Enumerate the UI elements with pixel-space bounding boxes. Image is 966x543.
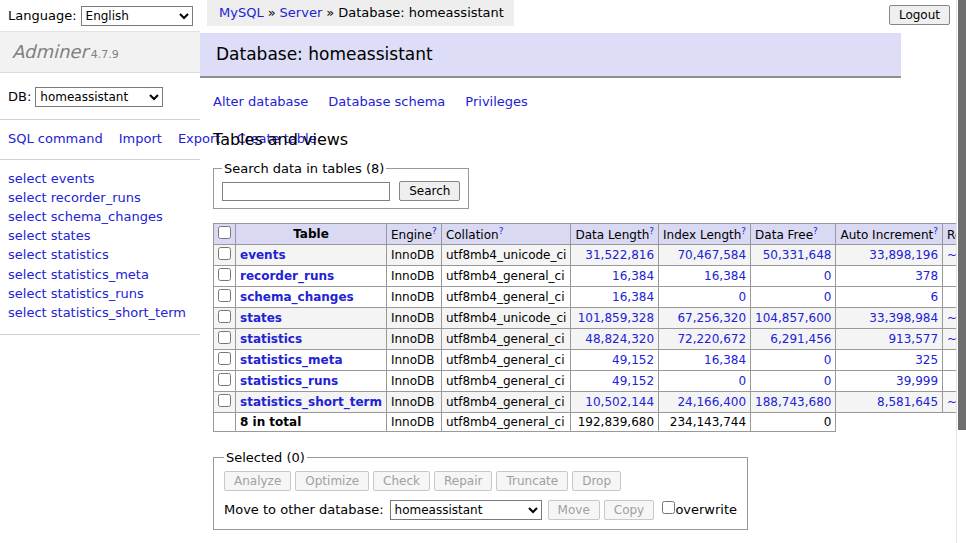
auto_increment-value-link[interactable]: 33,398,984 xyxy=(869,311,938,325)
sidebar-actions: SQL commandImportExportCreate table xyxy=(0,120,190,159)
hint-link[interactable]: ? xyxy=(933,226,938,236)
collation-cell: utf8mb4_unicode_ci xyxy=(441,245,571,266)
link-database-schema[interactable]: Database schema xyxy=(328,94,445,109)
collation-cell: utf8mb4_general_ci xyxy=(441,392,571,413)
table-name-link[interactable]: statistics xyxy=(240,332,302,346)
search-input[interactable] xyxy=(222,182,390,201)
data_length-value-link[interactable]: 49,152 xyxy=(612,353,654,367)
hint-link[interactable]: ? xyxy=(813,226,818,236)
table-name-link[interactable]: events xyxy=(240,248,286,262)
data_length-value-link[interactable]: 10,502,144 xyxy=(585,395,654,409)
engine-cell: InnoDB xyxy=(386,350,441,371)
index_length-value-link[interactable]: 16,384 xyxy=(704,353,746,367)
optimize-button[interactable]: Optimize xyxy=(295,471,369,491)
sidebar-item-select-events[interactable]: select events xyxy=(8,169,192,188)
auto_increment-value-link[interactable]: 325 xyxy=(915,353,938,367)
index_length-value-link[interactable]: 67,256,320 xyxy=(677,311,746,325)
move-db-select[interactable]: homeassistant xyxy=(390,500,542,520)
sidebar-item-select-statistics-runs[interactable]: select statistics_runs xyxy=(8,284,192,303)
data_free-value-link[interactable]: 0 xyxy=(824,353,832,367)
hint-link[interactable]: ? xyxy=(499,226,504,236)
table-name-link[interactable]: recorder_runs xyxy=(240,269,334,283)
truncate-button[interactable]: Truncate xyxy=(496,471,568,491)
language-select[interactable]: English xyxy=(81,6,193,26)
page-scrollbar[interactable] xyxy=(956,0,966,543)
table-name-link[interactable]: statistics_meta xyxy=(240,353,343,367)
scrollbar-thumb[interactable] xyxy=(958,0,966,430)
data_free-value-link[interactable]: 188,743,680 xyxy=(755,395,831,409)
index_length-value-link[interactable]: 24,166,400 xyxy=(677,395,746,409)
row-checkbox[interactable] xyxy=(218,289,231,302)
db-select[interactable]: homeassistant xyxy=(35,87,163,107)
row-checkbox[interactable] xyxy=(218,310,231,323)
data_free-value-link[interactable]: 6,291,456 xyxy=(770,332,831,346)
link-alter-database[interactable]: Alter database xyxy=(213,94,308,109)
drop-button[interactable]: Drop xyxy=(572,471,621,491)
link-privileges[interactable]: Privileges xyxy=(465,94,528,109)
logout-button[interactable]: Logout xyxy=(889,5,950,25)
data_free-value-link[interactable]: 0 xyxy=(824,374,832,388)
data_length-value-link[interactable]: 31,522,816 xyxy=(585,248,654,262)
index_length-value-link[interactable]: 16,384 xyxy=(704,269,746,283)
auto_increment-value-link[interactable]: 6 xyxy=(930,290,938,304)
index_length-value-link[interactable]: 0 xyxy=(738,374,746,388)
data_free-value-link[interactable]: 104,857,600 xyxy=(755,311,831,325)
check-button[interactable]: Check xyxy=(373,471,430,491)
collation-cell: utf8mb4_general_ci xyxy=(441,287,571,308)
row-checkbox[interactable] xyxy=(218,394,231,407)
data_length-value-link[interactable]: 101,859,328 xyxy=(578,311,654,325)
sidebar-item-select-schema-changes[interactable]: select schema_changes xyxy=(8,207,192,226)
overwrite-checkbox[interactable] xyxy=(662,501,675,514)
sidebar-item-select-statistics-meta[interactable]: select statistics_meta xyxy=(8,265,192,284)
index_length-value-link[interactable]: 0 xyxy=(738,290,746,304)
breadcrumb-item[interactable]: MySQL xyxy=(219,5,264,20)
auto_increment-value-link[interactable]: 378 xyxy=(915,269,938,283)
hint-link[interactable]: ? xyxy=(741,226,746,236)
table-name-link[interactable]: states xyxy=(240,311,282,325)
tables-heading: Tables and views xyxy=(213,130,901,149)
data_free-value-link[interactable]: 50,331,648 xyxy=(763,248,832,262)
sidebar-action-sql-command[interactable]: SQL command xyxy=(8,131,103,146)
sidebar-item-select-statistics[interactable]: select statistics xyxy=(8,245,192,264)
sidebar-action-import[interactable]: Import xyxy=(119,131,162,146)
breadcrumb-separator: » xyxy=(326,5,334,20)
data_free-value-link[interactable]: 0 xyxy=(824,269,832,283)
select-all-checkbox[interactable] xyxy=(218,226,231,239)
copy-button[interactable]: Copy xyxy=(604,500,654,520)
breadcrumb-item[interactable]: Server xyxy=(280,5,323,20)
col-header-auto_increment: Auto Increment? xyxy=(836,224,943,245)
sidebar-item-select-statistics-short-term[interactable]: select statistics_short_term xyxy=(8,303,192,322)
search-button[interactable]: Search xyxy=(399,181,460,201)
auto_increment-value-link[interactable]: 33,898,196 xyxy=(869,248,938,262)
repair-button[interactable]: Repair xyxy=(434,471,492,491)
row-checkbox[interactable] xyxy=(218,247,231,260)
data_free-value-link[interactable]: 0 xyxy=(824,290,832,304)
sidebar-item-select-states[interactable]: select states xyxy=(8,226,192,245)
move-button[interactable]: Move xyxy=(548,500,600,520)
row-checkbox[interactable] xyxy=(218,331,231,344)
engine-cell: InnoDB xyxy=(386,392,441,413)
auto_increment-value-link[interactable]: 39,999 xyxy=(896,374,938,388)
index_length-value-link[interactable]: 70,467,584 xyxy=(677,248,746,262)
row-checkbox[interactable] xyxy=(218,373,231,386)
total-label: 8 in total xyxy=(236,413,387,432)
move-label: Move to other database: xyxy=(224,502,384,517)
data_length-value-link[interactable]: 16,384 xyxy=(612,290,654,304)
sidebar-item-select-recorder-runs[interactable]: select recorder_runs xyxy=(8,188,192,207)
data_length-value-link[interactable]: 49,152 xyxy=(612,374,654,388)
auto_increment-value-link[interactable]: 8,581,645 xyxy=(877,395,938,409)
data_length-value-link[interactable]: 16,384 xyxy=(612,269,654,283)
hint-link[interactable]: ? xyxy=(649,226,654,236)
auto_increment-value-link[interactable]: 913,577 xyxy=(888,332,938,346)
table-name-link[interactable]: schema_changes xyxy=(240,290,354,304)
hint-link[interactable]: ? xyxy=(432,226,437,236)
row-checkbox[interactable] xyxy=(218,268,231,281)
table-name-link[interactable]: statistics_short_term xyxy=(240,395,382,409)
row-checkbox[interactable] xyxy=(218,352,231,365)
engine-cell: InnoDB xyxy=(386,371,441,392)
data_length-value-link[interactable]: 48,824,320 xyxy=(585,332,654,346)
table-name-link[interactable]: statistics_runs xyxy=(240,374,338,388)
sidebar-divider xyxy=(0,334,200,335)
analyze-button[interactable]: Analyze xyxy=(224,471,291,491)
index_length-value-link[interactable]: 72,220,672 xyxy=(677,332,746,346)
